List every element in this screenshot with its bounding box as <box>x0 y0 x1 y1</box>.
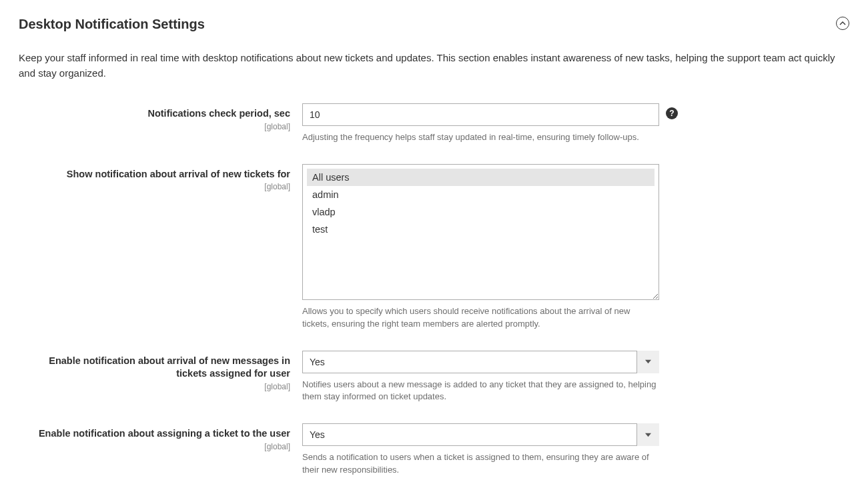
scope-check-period: [global] <box>19 122 290 131</box>
multiselect-option[interactable]: All users <box>307 169 655 186</box>
section-title: Desktop Notification Settings <box>19 17 205 32</box>
row-check-period: Notifications check period, sec [global]… <box>19 103 849 144</box>
help-icon[interactable]: ? <box>666 107 678 119</box>
scope-assign-ticket: [global] <box>19 442 290 451</box>
chevron-up-icon <box>839 20 846 27</box>
multiselect-option[interactable]: test <box>307 221 655 238</box>
multiselect-option[interactable]: admin <box>307 186 655 203</box>
multiselect-new-ticket-users[interactable]: All usersadminvladptest <box>302 164 659 300</box>
label-check-period: Notifications check period, sec <box>19 107 290 121</box>
multiselect-option[interactable]: vladp <box>307 203 655 221</box>
section-description: Keep your staff informed in real time wi… <box>19 51 849 81</box>
label-new-messages: Enable notification about arrival of new… <box>19 355 290 381</box>
select-assign-ticket[interactable]: Yes <box>302 423 659 446</box>
help-new-messages: Notifies users about a new message is ad… <box>302 379 659 404</box>
row-assign-ticket: Enable notification about assigning a ti… <box>19 423 849 477</box>
scope-new-ticket-users: [global] <box>19 182 290 191</box>
input-check-period[interactable] <box>302 103 659 126</box>
help-check-period: Adjusting the frequency helps staff stay… <box>302 131 659 144</box>
row-new-ticket-users: Show notification about arrival of new t… <box>19 164 849 331</box>
label-new-ticket-users: Show notification about arrival of new t… <box>19 168 290 181</box>
label-assign-ticket: Enable notification about assigning a ti… <box>19 427 290 441</box>
help-new-ticket-users: Allows you to specify which users should… <box>302 305 659 331</box>
select-new-messages[interactable]: Yes <box>302 351 659 373</box>
row-new-messages: Enable notification about arrival of new… <box>19 351 849 404</box>
collapse-button[interactable] <box>836 17 849 30</box>
help-assign-ticket: Sends a notification to users when a tic… <box>302 451 659 477</box>
scope-new-messages: [global] <box>19 382 290 391</box>
